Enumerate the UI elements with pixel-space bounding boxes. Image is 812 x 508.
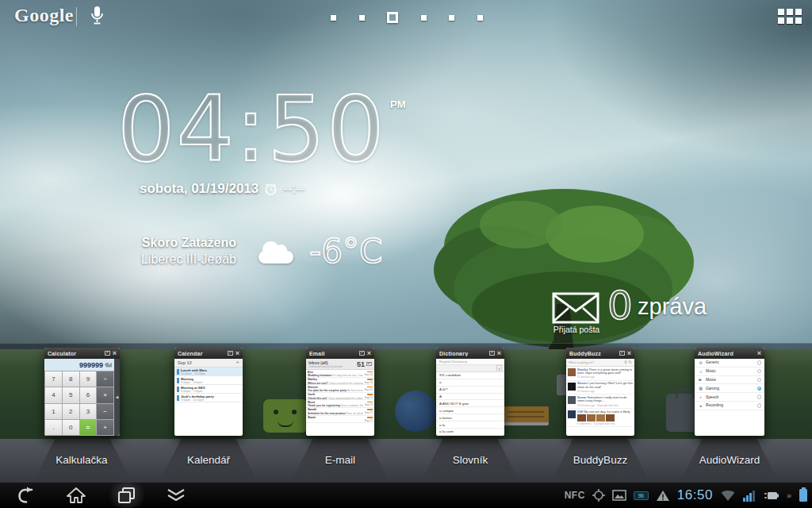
close-icon[interactable]	[497, 350, 501, 357]
gps-locating-icon	[592, 489, 605, 502]
location-pin-icon: ⚲	[624, 360, 627, 364]
audio-mode-row: Gaming	[695, 384, 764, 393]
email-unread-count: 51	[357, 360, 365, 368]
close-icon[interactable]	[236, 350, 239, 357]
recent-app-card-dictionary[interactable]: Dictionary English Dictionary 911 candid…	[436, 348, 504, 436]
calculator-keypad: 789÷ 456× 123− .0=+	[44, 371, 114, 436]
page-dot-2[interactable]	[359, 15, 365, 21]
clock-widget[interactable]: 04:50 PM sobota, 01/19/2013 --:--	[117, 84, 435, 211]
recent-app-card-email[interactable]: Email Inbox (all) Combined view (2 accou…	[306, 348, 374, 436]
nfc-icon: NFC	[565, 490, 585, 501]
email-subfolder: Combined view (2 accounts)	[308, 365, 357, 368]
calculator-title: Calculator	[48, 351, 102, 356]
email-row: Harley Where are you? I have arrived at …	[306, 378, 374, 386]
calculator-titlebar: Calculator	[44, 348, 120, 359]
page-dot-1[interactable]	[331, 15, 336, 21]
calendar-event: Meeting 3:00pm - 4:00pm	[174, 376, 243, 385]
dictionary-titlebar: Dictionary	[436, 348, 504, 359]
status-clock: 16:50	[677, 487, 713, 503]
music-icon	[698, 369, 703, 374]
chevron-down-double-icon	[165, 487, 187, 503]
calendar-title: Calendar	[178, 351, 225, 356]
email-widget[interactable]: Přijatá pošta 0 zpráva	[552, 286, 734, 335]
audio-mode-row: Recording	[695, 402, 764, 410]
page-dot-6[interactable]	[477, 15, 483, 21]
mail-icon	[366, 362, 372, 366]
envelope-icon	[552, 292, 599, 324]
avatar	[568, 368, 576, 376]
recent-app-card-audiowizard[interactable]: AudioWizard Generic Music Movie Gaming	[695, 348, 764, 436]
weather-temperature: -6°C	[309, 232, 382, 271]
radio-music	[757, 369, 762, 374]
dictionary-entry: a la	[436, 421, 504, 429]
dictionary-entry: A	[436, 394, 504, 401]
recent-app-card-calculator[interactable]: Calculator 999999 789÷ 456× 123− .0=+	[44, 348, 120, 436]
page-dot-5[interactable]	[449, 15, 454, 21]
expand-icon[interactable]	[619, 351, 625, 356]
dock-link-icon	[787, 491, 791, 500]
page-dot-3-active[interactable]	[387, 12, 398, 23]
expand-icon[interactable]	[228, 351, 233, 356]
movie-icon	[698, 377, 703, 382]
close-icon[interactable]	[367, 350, 371, 357]
email-row: Steven Our plan for the surprise party B…	[306, 385, 374, 393]
weather-condition: Skoro Zataženo	[94, 235, 236, 252]
close-icon[interactable]	[627, 350, 631, 357]
recent-app-label-calendar[interactable]: Kalendář	[153, 454, 264, 466]
audiowizard-titlebar: AudioWizard	[695, 348, 764, 359]
expand-icon[interactable]	[489, 351, 495, 356]
app-drawer-icon[interactable]	[778, 9, 803, 25]
dictionary-entry: a la carte	[436, 429, 504, 436]
radio-gaming-selected	[757, 387, 762, 391]
avatar	[568, 396, 576, 404]
audio-mode-row: Speech	[695, 393, 764, 402]
home-page-indicator[interactable]	[331, 8, 483, 27]
page-dot-4[interactable]	[421, 15, 427, 21]
clock-time: 04:50	[117, 84, 386, 175]
email-row: Rose Thank you for registering Dear cust…	[306, 400, 374, 408]
expand-icon[interactable]	[359, 351, 365, 356]
radio-generic	[757, 360, 762, 365]
buddybuzz-post: Cliff My new pet dog, his name is Harly …	[566, 409, 634, 427]
buddybuzz-post: Stanley There is a great storm coming to…	[566, 367, 634, 381]
hide-notifications-button[interactable]	[157, 483, 195, 508]
warning-icon	[656, 490, 670, 502]
dictionary-entry: A AND NOT B gate	[436, 400, 504, 407]
wifi-icon	[720, 490, 736, 502]
audio-mode-row: Generic	[695, 359, 764, 368]
expand-icon[interactable]	[105, 351, 110, 356]
recent-apps-button[interactable]	[103, 483, 151, 508]
recent-app-card-buddybuzz[interactable]: BuddyBuzz What is going on? ⚲ ↻ Stanley …	[566, 348, 634, 436]
recent-app-label-email[interactable]: E-mail	[285, 454, 396, 466]
back-button[interactable]	[10, 483, 44, 508]
close-icon[interactable]	[757, 350, 761, 357]
home-button[interactable]	[59, 483, 94, 508]
voice-search-mic-icon[interactable]	[90, 6, 104, 30]
dictionary-entry: 911 candidate	[436, 372, 504, 379]
recent-app-label-calculator[interactable]: Kalkulačka	[26, 454, 137, 466]
recent-app-label-dictionary[interactable]: Slovník	[415, 454, 526, 466]
recents-dim-overlay	[0, 343, 812, 439]
email-widget-folder: Přijatá pošta	[549, 325, 604, 334]
calendar-event: Lunch with Marc 11:00am - 12:00pm	[174, 368, 243, 376]
dictionary-search-field	[436, 365, 504, 372]
status-tray[interactable]: NFC 96 16:50	[565, 483, 807, 508]
recent-app-label-audiowizard[interactable]: AudioWizard	[674, 454, 785, 466]
dictionary-title: Dictionary	[439, 351, 487, 356]
recent-app-label-buddybuzz[interactable]: BuddyBuzz	[545, 454, 656, 466]
dock-battery-icon	[764, 491, 779, 501]
audio-mode-row: Movie	[695, 376, 764, 385]
audio-mode-row: Music	[695, 368, 764, 376]
email-row: Sarat Sep 11	[306, 416, 374, 424]
google-search-widget[interactable]: Google	[14, 5, 74, 26]
email-widget-unit: zpráva	[638, 294, 707, 320]
radio-movie	[757, 378, 762, 383]
dictionary-entry: A &/?	[436, 387, 504, 394]
clock-meridiem: PM	[390, 98, 406, 110]
weather-widget[interactable]: Skoro Zataženo Liberec III-Jeøáb -6°C	[94, 232, 382, 271]
email-title: Email	[309, 351, 357, 356]
recent-app-card-calendar[interactable]: Calendar Sep 12 Lunch with Marc 11:00am …	[174, 348, 243, 436]
gear-icon	[698, 360, 703, 365]
buddybuzz-post: Susan Sometimes I really want to do some…	[566, 394, 634, 409]
close-icon[interactable]	[113, 350, 117, 357]
